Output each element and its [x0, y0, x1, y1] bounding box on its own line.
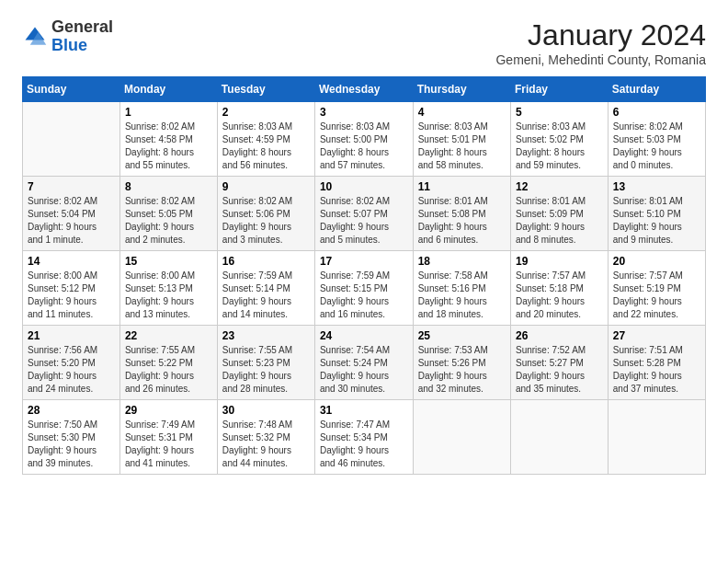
- calendar-cell: 1Sunrise: 8:02 AM Sunset: 4:58 PM Daylig…: [119, 102, 217, 177]
- calendar-cell: 31Sunrise: 7:47 AM Sunset: 5:34 PM Dayli…: [314, 400, 413, 475]
- logo-general-text: General: [51, 17, 113, 36]
- day-number: 10: [320, 180, 408, 193]
- day-info: Sunrise: 8:00 AM Sunset: 5:12 PM Dayligh…: [28, 270, 115, 321]
- calendar-body: 1Sunrise: 8:02 AM Sunset: 4:58 PM Daylig…: [23, 102, 706, 475]
- day-info: Sunrise: 8:00 AM Sunset: 5:13 PM Dayligh…: [125, 270, 212, 321]
- day-info: Sunrise: 7:57 AM Sunset: 5:19 PM Dayligh…: [613, 270, 700, 321]
- day-info: Sunrise: 8:02 AM Sunset: 5:07 PM Dayligh…: [320, 195, 408, 247]
- day-header-saturday: Saturday: [608, 77, 705, 102]
- day-info: Sunrise: 7:51 AM Sunset: 5:28 PM Dayligh…: [613, 344, 700, 396]
- calendar-cell: 16Sunrise: 7:59 AM Sunset: 5:14 PM Dayli…: [217, 251, 314, 326]
- calendar-cell: 24Sunrise: 7:54 AM Sunset: 5:24 PM Dayli…: [314, 326, 413, 400]
- day-number: 18: [418, 255, 506, 268]
- calendar-cell: 23Sunrise: 7:55 AM Sunset: 5:23 PM Dayli…: [217, 326, 314, 400]
- day-number: 19: [516, 255, 603, 268]
- day-number: 12: [516, 180, 603, 193]
- day-number: 5: [516, 106, 603, 119]
- calendar-cell: 19Sunrise: 7:57 AM Sunset: 5:18 PM Dayli…: [510, 251, 608, 326]
- day-info: Sunrise: 7:59 AM Sunset: 5:15 PM Dayligh…: [320, 270, 408, 321]
- day-info: Sunrise: 7:49 AM Sunset: 5:31 PM Dayligh…: [125, 419, 212, 470]
- calendar-cell: 18Sunrise: 7:58 AM Sunset: 5:16 PM Dayli…: [413, 251, 510, 326]
- calendar-cell: 26Sunrise: 7:52 AM Sunset: 5:27 PM Dayli…: [510, 326, 608, 400]
- day-info: Sunrise: 8:03 AM Sunset: 5:00 PM Dayligh…: [320, 121, 408, 172]
- day-number: 23: [222, 329, 310, 342]
- day-number: 14: [28, 255, 115, 268]
- month-title: January 2024: [495, 18, 706, 52]
- day-info: Sunrise: 8:02 AM Sunset: 5:06 PM Dayligh…: [222, 195, 310, 247]
- calendar-cell: 27Sunrise: 7:51 AM Sunset: 5:28 PM Dayli…: [608, 326, 705, 400]
- day-number: 3: [320, 106, 408, 119]
- calendar-cell: 7Sunrise: 8:02 AM Sunset: 5:04 PM Daylig…: [23, 177, 120, 251]
- day-header-tuesday: Tuesday: [217, 77, 314, 102]
- day-info: Sunrise: 8:02 AM Sunset: 5:03 PM Dayligh…: [613, 121, 700, 172]
- day-info: Sunrise: 7:54 AM Sunset: 5:24 PM Dayligh…: [320, 344, 408, 396]
- day-number: 20: [613, 255, 700, 268]
- calendar-cell: 25Sunrise: 7:53 AM Sunset: 5:26 PM Dayli…: [413, 326, 510, 400]
- day-info: Sunrise: 8:01 AM Sunset: 5:10 PM Dayligh…: [613, 195, 700, 247]
- day-info: Sunrise: 7:47 AM Sunset: 5:34 PM Dayligh…: [320, 419, 408, 470]
- calendar-cell: 21Sunrise: 7:56 AM Sunset: 5:20 PM Dayli…: [23, 326, 120, 400]
- calendar-table: SundayMondayTuesdayWednesdayThursdayFrid…: [22, 76, 706, 475]
- calendar-cell: 14Sunrise: 8:00 AM Sunset: 5:12 PM Dayli…: [23, 251, 120, 326]
- calendar-cell: 9Sunrise: 8:02 AM Sunset: 5:06 PM Daylig…: [217, 177, 314, 251]
- calendar-week-row: 28Sunrise: 7:50 AM Sunset: 5:30 PM Dayli…: [23, 400, 706, 475]
- day-info: Sunrise: 8:03 AM Sunset: 5:02 PM Dayligh…: [516, 121, 603, 172]
- day-number: 28: [28, 404, 115, 417]
- day-number: 17: [320, 255, 408, 268]
- day-info: Sunrise: 7:55 AM Sunset: 5:22 PM Dayligh…: [125, 344, 212, 396]
- day-info: Sunrise: 7:57 AM Sunset: 5:18 PM Dayligh…: [516, 270, 603, 321]
- calendar-cell: 20Sunrise: 7:57 AM Sunset: 5:19 PM Dayli…: [608, 251, 705, 326]
- day-info: Sunrise: 8:02 AM Sunset: 4:58 PM Dayligh…: [125, 121, 212, 172]
- day-number: 11: [418, 180, 506, 193]
- day-number: 15: [125, 255, 212, 268]
- day-header-monday: Monday: [119, 77, 217, 102]
- calendar-cell: 17Sunrise: 7:59 AM Sunset: 5:15 PM Dayli…: [314, 251, 413, 326]
- day-number: 7: [28, 180, 115, 193]
- day-info: Sunrise: 8:03 AM Sunset: 4:59 PM Dayligh…: [222, 121, 310, 172]
- day-info: Sunrise: 7:50 AM Sunset: 5:30 PM Dayligh…: [28, 419, 115, 470]
- calendar-week-row: 14Sunrise: 8:00 AM Sunset: 5:12 PM Dayli…: [23, 251, 706, 326]
- calendar-week-row: 7Sunrise: 8:02 AM Sunset: 5:04 PM Daylig…: [23, 177, 706, 251]
- day-number: 24: [320, 329, 408, 342]
- calendar-cell: 12Sunrise: 8:01 AM Sunset: 5:09 PM Dayli…: [510, 177, 608, 251]
- day-number: 1: [125, 106, 212, 119]
- day-number: 25: [418, 329, 506, 342]
- calendar-cell: 5Sunrise: 8:03 AM Sunset: 5:02 PM Daylig…: [510, 102, 608, 177]
- day-info: Sunrise: 7:48 AM Sunset: 5:32 PM Dayligh…: [222, 419, 310, 470]
- calendar-cell: 28Sunrise: 7:50 AM Sunset: 5:30 PM Dayli…: [23, 400, 120, 475]
- calendar-cell: 13Sunrise: 8:01 AM Sunset: 5:10 PM Dayli…: [608, 177, 705, 251]
- header-row: SundayMondayTuesdayWednesdayThursdayFrid…: [23, 77, 706, 102]
- day-info: Sunrise: 7:55 AM Sunset: 5:23 PM Dayligh…: [222, 344, 310, 396]
- calendar-week-row: 1Sunrise: 8:02 AM Sunset: 4:58 PM Daylig…: [23, 102, 706, 177]
- calendar-cell: 11Sunrise: 8:01 AM Sunset: 5:08 PM Dayli…: [413, 177, 510, 251]
- day-info: Sunrise: 8:01 AM Sunset: 5:09 PM Dayligh…: [516, 195, 603, 247]
- calendar-cell: [413, 400, 510, 475]
- logo-blue-text: Blue: [51, 36, 87, 54]
- day-info: Sunrise: 8:03 AM Sunset: 5:01 PM Dayligh…: [418, 121, 506, 172]
- calendar-week-row: 21Sunrise: 7:56 AM Sunset: 5:20 PM Dayli…: [23, 326, 706, 400]
- calendar-cell: 22Sunrise: 7:55 AM Sunset: 5:22 PM Dayli…: [119, 326, 217, 400]
- calendar-cell: 8Sunrise: 8:02 AM Sunset: 5:05 PM Daylig…: [119, 177, 217, 251]
- calendar-cell: [23, 102, 120, 177]
- day-number: 29: [125, 404, 212, 417]
- day-number: 9: [222, 180, 310, 193]
- day-number: 8: [125, 180, 212, 193]
- day-header-friday: Friday: [510, 77, 608, 102]
- day-number: 21: [28, 329, 115, 342]
- calendar-cell: 6Sunrise: 8:02 AM Sunset: 5:03 PM Daylig…: [608, 102, 705, 177]
- day-number: 27: [613, 329, 700, 342]
- calendar-cell: 4Sunrise: 8:03 AM Sunset: 5:01 PM Daylig…: [413, 102, 510, 177]
- day-info: Sunrise: 7:52 AM Sunset: 5:27 PM Dayligh…: [516, 344, 603, 396]
- day-info: Sunrise: 7:56 AM Sunset: 5:20 PM Dayligh…: [28, 344, 115, 396]
- day-number: 30: [222, 404, 310, 417]
- day-number: 2: [222, 106, 310, 119]
- day-info: Sunrise: 8:02 AM Sunset: 5:05 PM Dayligh…: [125, 195, 212, 247]
- day-number: 31: [320, 404, 408, 417]
- title-area: January 2024 Gemeni, Mehedinti County, R…: [495, 18, 706, 67]
- day-info: Sunrise: 8:01 AM Sunset: 5:08 PM Dayligh…: [418, 195, 506, 247]
- calendar-cell: 29Sunrise: 7:49 AM Sunset: 5:31 PM Dayli…: [119, 400, 217, 475]
- day-info: Sunrise: 7:59 AM Sunset: 5:14 PM Dayligh…: [222, 270, 310, 321]
- calendar-cell: [608, 400, 705, 475]
- calendar-header: SundayMondayTuesdayWednesdayThursdayFrid…: [23, 77, 706, 102]
- calendar-cell: [510, 400, 608, 475]
